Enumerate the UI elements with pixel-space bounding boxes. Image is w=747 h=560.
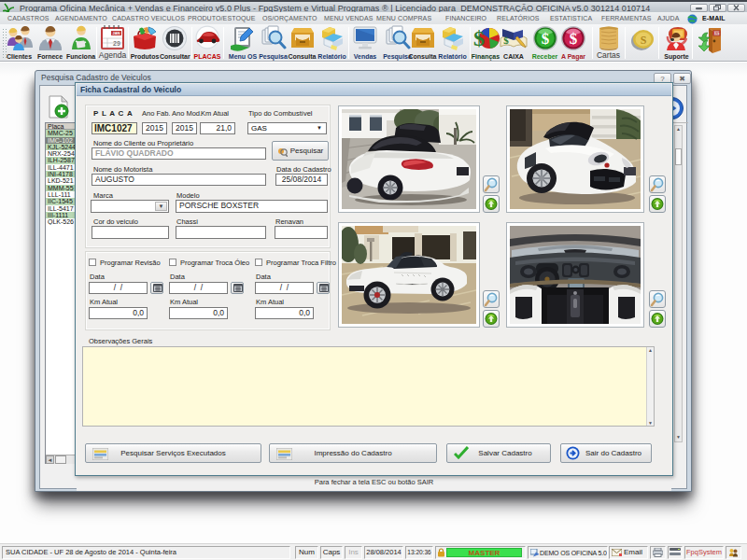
- svg-text:29: 29: [113, 40, 120, 47]
- svg-text:$: $: [541, 30, 549, 48]
- svg-text:$: $: [503, 35, 509, 46]
- svg-text:EXIT: EXIT: [713, 32, 722, 35]
- svg-text:$: $: [570, 30, 578, 48]
- svg-text:JAN: JAN: [112, 31, 120, 35]
- svg-text:S: S: [641, 34, 647, 47]
- svg-text:$: $: [473, 26, 485, 50]
